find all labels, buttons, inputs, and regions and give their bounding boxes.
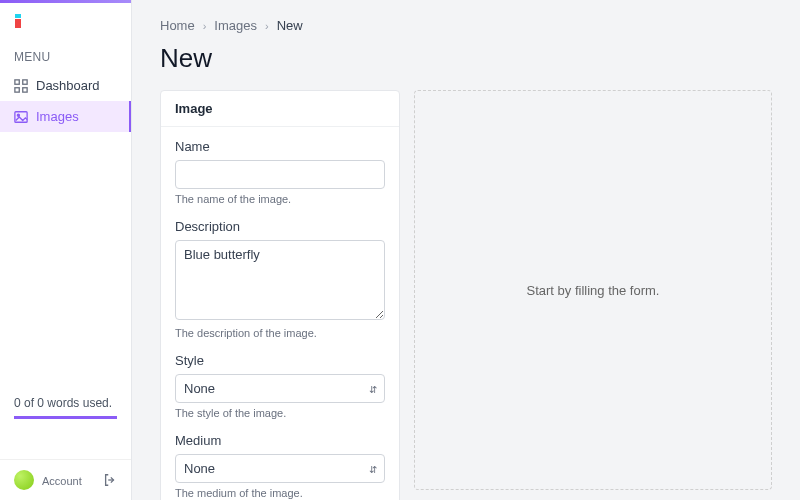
chevron-right-icon: › [203,20,207,32]
description-label: Description [175,219,385,234]
svg-rect-3 [23,79,27,83]
breadcrumb: Home › Images › New [160,18,772,33]
svg-rect-6 [15,111,27,122]
form-card: Image Name The name of the image. Descri… [160,90,400,500]
image-icon [14,110,28,124]
svg-point-7 [17,114,19,116]
menu-label: MENU [0,40,131,70]
exit-icon[interactable] [103,473,117,487]
svg-rect-4 [15,87,19,91]
medium-hint: The medium of the image. [175,487,385,499]
svg-rect-2 [15,79,19,83]
breadcrumb-images[interactable]: Images [214,18,257,33]
field-description: Description Blue butterfly The descripti… [175,219,385,339]
usage-bar [14,416,117,419]
field-style: Style None ⇵ The style of the image. [175,353,385,419]
usage-text: 0 of 0 words used. [14,396,117,410]
card-title: Image [161,91,399,127]
sidebar: MENU Dashboard Images 0 of 0 words used. [0,0,132,500]
field-name: Name The name of the image. [175,139,385,205]
logo[interactable] [0,3,131,40]
description-input[interactable]: Blue butterfly [175,240,385,320]
name-hint: The name of the image. [175,193,385,205]
preview-panel: Start by filling the form. [414,90,772,490]
sidebar-item-label: Dashboard [36,78,100,93]
svg-rect-0 [15,14,21,18]
sidebar-item-images[interactable]: Images [0,101,131,132]
breadcrumb-home[interactable]: Home [160,18,195,33]
medium-select[interactable]: None [175,454,385,483]
svg-rect-5 [23,87,27,91]
description-hint: The description of the image. [175,327,385,339]
name-input[interactable] [175,160,385,189]
sidebar-footer: 0 of 0 words used. [0,386,131,459]
account-label: Account [42,475,82,487]
breadcrumb-current: New [277,18,303,33]
preview-empty-text: Start by filling the form. [527,283,660,298]
page-title: New [160,43,772,74]
dashboard-icon [14,79,28,93]
style-select[interactable]: None [175,374,385,403]
field-medium: Medium None ⇵ The medium of the image. [175,433,385,499]
avatar [14,470,34,490]
content: Image Name The name of the image. Descri… [160,90,772,500]
sidebar-item-dashboard[interactable]: Dashboard [0,70,131,101]
account-row[interactable]: Account [0,459,131,500]
logo-icon [14,13,30,29]
nav: Dashboard Images [0,70,131,132]
main: Home › Images › New New Image Name The n… [132,0,800,500]
style-label: Style [175,353,385,368]
sidebar-item-label: Images [36,109,79,124]
medium-label: Medium [175,433,385,448]
chevron-right-icon: › [265,20,269,32]
name-label: Name [175,139,385,154]
style-hint: The style of the image. [175,407,385,419]
svg-rect-1 [15,19,21,28]
